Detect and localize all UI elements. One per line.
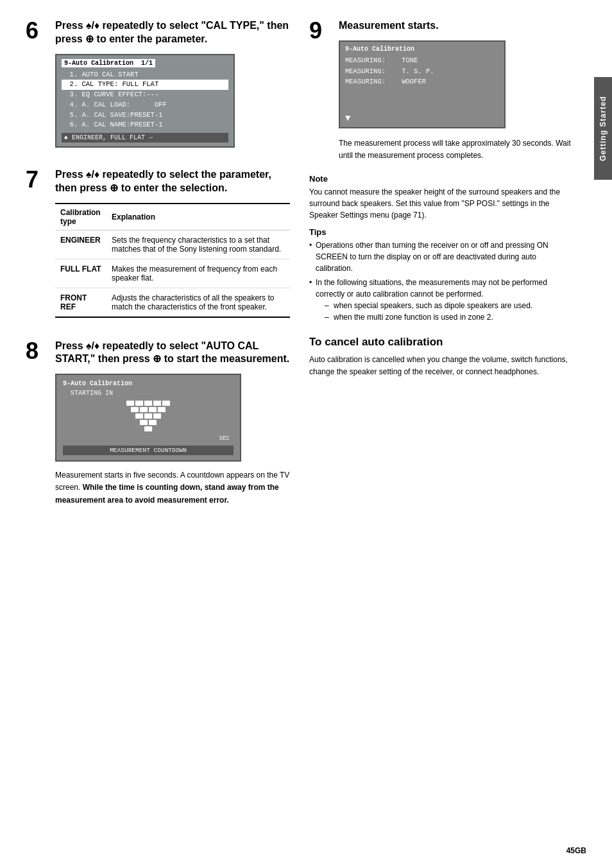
step-7: 7 Press ♠/♦ repeatedly to select the par… xyxy=(26,168,290,328)
sidebar-tab: Getting Started xyxy=(594,77,612,180)
step-6: 6 Press ♠/♦ repeatedly to select "CAL TY… xyxy=(26,19,290,157)
right-column: 9 Measurement starts. 9-Auto Calibration… xyxy=(309,19,574,518)
bar xyxy=(153,401,161,406)
bar xyxy=(149,407,157,412)
bar xyxy=(144,401,152,406)
step-6-title: Press ♠/♦ repeatedly to select "CAL TYPE… xyxy=(55,19,290,46)
step-9-measuring-3: MEASURING: WOOFER xyxy=(345,76,499,87)
page-number: 45GB xyxy=(566,846,586,855)
step-8-description: Measurement starts in five seconds. A co… xyxy=(55,469,290,507)
step-9-number: 9 xyxy=(309,19,332,162)
countdown-bars xyxy=(69,401,227,431)
screen-line-1: 1. AUTO CAL START xyxy=(62,70,228,80)
bar xyxy=(126,401,134,406)
cancel-title: To cancel auto calibration xyxy=(309,336,574,349)
table-row: FULL FLAT Makes the measurement of frequ… xyxy=(55,259,290,288)
step-9-measuring-2: MEASURING: T. S. P. xyxy=(345,66,499,77)
list-item: Operations other than turning the receiv… xyxy=(309,239,574,274)
bar xyxy=(144,426,152,431)
step-9: 9 Measurement starts. 9-Auto Calibration… xyxy=(309,19,574,162)
bar xyxy=(140,407,148,412)
note-section: Note You cannot measure the speaker heig… xyxy=(309,174,574,221)
step-6-screen-bottom: ♠ ENGINEER, FULL FLAT → xyxy=(62,133,228,143)
down-arrow-icon: ▼ xyxy=(345,113,499,123)
step-8-title: Press ♠/♦ repeatedly to select "AUTO CAL… xyxy=(55,340,290,367)
two-col-layout: 6 Press ♠/♦ repeatedly to select "CAL TY… xyxy=(26,19,574,518)
step-8-content: Press ♠/♦ repeatedly to select "AUTO CAL… xyxy=(55,340,290,507)
tips-section: Tips Operations other than turning the r… xyxy=(309,227,574,323)
bar xyxy=(135,401,143,406)
cal-explanation-1: Sets the frequency characteristics to a … xyxy=(106,230,290,259)
screen-line-4: 4. A. CAL LOAD: OFF xyxy=(62,100,228,110)
bar xyxy=(131,407,139,412)
bar xyxy=(162,401,170,406)
cal-type-1: ENGINEER xyxy=(55,230,106,259)
cal-type-2: FULL FLAT xyxy=(55,259,106,288)
note-title: Note xyxy=(309,174,574,184)
screen-line-6: 6. A. CAL NAME:PRESET-1 xyxy=(62,120,228,130)
note-text: You cannot measure the speaker height of… xyxy=(309,186,574,221)
bar-row-2 xyxy=(131,407,166,412)
step-9-description: The measurement process will take approx… xyxy=(339,137,574,162)
calibration-table: Calibration type Explanation ENGINEER Se… xyxy=(55,203,290,318)
list-item: when special speakers, such as dipole sp… xyxy=(325,300,574,311)
step-8-screen-title: 9-Auto Calibration xyxy=(63,380,234,387)
bar-row-3 xyxy=(135,413,161,419)
step-8-number: 8 xyxy=(26,340,49,507)
tips-sub-list: when special speakers, such as dipole sp… xyxy=(316,300,574,323)
step-9-measuring-1: MEASURING: TONE xyxy=(345,55,499,66)
bar xyxy=(140,420,148,425)
col-explanation-header: Explanation xyxy=(106,204,290,230)
bar xyxy=(144,413,152,419)
screen-line-2: 2. CAL TYPE: FULL FLAT xyxy=(62,80,228,90)
bar xyxy=(158,407,166,412)
screen-line-5: 5. A. CAL SAVE:PRESET-1 xyxy=(62,110,228,121)
sec-label: SEC xyxy=(63,435,230,442)
main-content: 6 Press ♠/♦ repeatedly to select "CAL TY… xyxy=(26,19,599,849)
cal-explanation-2: Makes the measurement of frequency from … xyxy=(106,259,290,288)
step-6-number: 6 xyxy=(26,19,49,157)
step-7-content: Press ♠/♦ repeatedly to select the param… xyxy=(55,168,290,328)
step-8-screen: 9-Auto Calibration STARTING IN xyxy=(55,374,241,462)
left-column: 6 Press ♠/♦ repeatedly to select "CAL TY… xyxy=(26,19,290,518)
step-9-screen: 9-Auto Calibration MEASURING: TONE MEASU… xyxy=(339,40,506,128)
step-9-screen-title: 9-Auto Calibration xyxy=(345,46,499,53)
step-6-screen: 9-Auto Calibration 1/1 1. AUTO CAL START… xyxy=(55,54,235,148)
step-6-screen-title: 9-Auto Calibration 1/1 xyxy=(62,59,155,67)
bar-row-5 xyxy=(144,426,152,431)
col-type-header: Calibration type xyxy=(55,204,106,230)
step-9-content: Measurement starts. 9-Auto Calibration M… xyxy=(339,19,574,162)
table-row: FRONT REF Adjusts the characteristics of… xyxy=(55,288,290,317)
cal-type-3: FRONT REF xyxy=(55,288,106,317)
list-item: In the following situations, the measure… xyxy=(309,277,574,323)
step-7-number: 7 xyxy=(26,168,49,328)
cancel-text: Auto calibration is cancelled when you c… xyxy=(309,354,574,378)
step-7-title: Press ♠/♦ repeatedly to select the param… xyxy=(55,168,290,195)
table-row: ENGINEER Sets the frequency characterist… xyxy=(55,230,290,259)
page-container: Getting Started 6 Press ♠/♦ repeatedly t… xyxy=(0,0,612,868)
tips-list: Operations other than turning the receiv… xyxy=(309,239,574,323)
step-8: 8 Press ♠/♦ repeatedly to select "AUTO C… xyxy=(26,340,290,507)
tips-title: Tips xyxy=(309,227,574,237)
screen-line-3: 3. EQ CURVE EFFECT:--- xyxy=(62,90,228,100)
bar xyxy=(149,420,157,425)
list-item: when the multi zone function is used in … xyxy=(325,311,574,323)
cancel-section: To cancel auto calibration Auto calibrat… xyxy=(309,336,574,378)
step-8-screen-bottom: MEASUREMENT COUNTDOWN xyxy=(63,446,234,455)
bar xyxy=(153,413,161,419)
bar-row-1 xyxy=(126,401,170,406)
tip-item-2-text: In the following situations, the measure… xyxy=(316,278,547,299)
bar xyxy=(135,413,143,419)
sidebar-label: Getting Started xyxy=(599,96,608,161)
step-8-starting: STARTING IN xyxy=(63,390,234,397)
step-9-title: Measurement starts. xyxy=(339,19,574,33)
cal-explanation-3: Adjusts the characteristics of all the s… xyxy=(106,288,290,317)
bar-row-4 xyxy=(140,420,157,425)
step-6-content: Press ♠/♦ repeatedly to select "CAL TYPE… xyxy=(55,19,290,157)
